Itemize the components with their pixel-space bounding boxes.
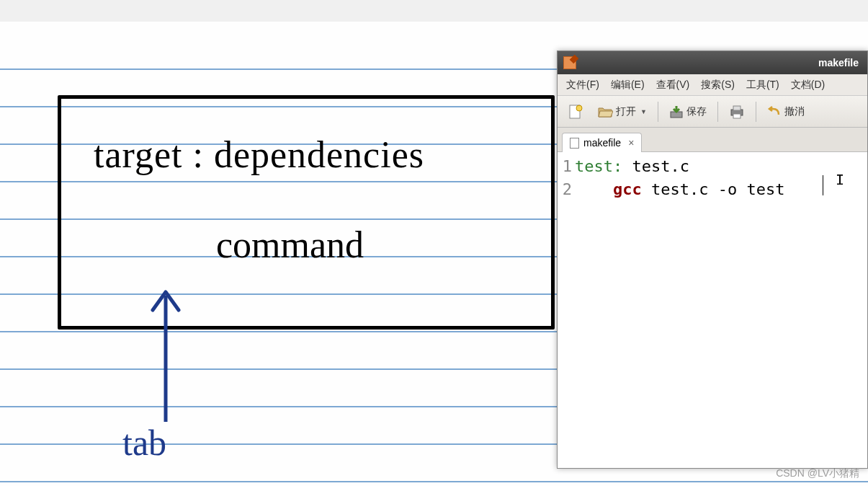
editor-window: makefile 文件(F) 编辑(E) 查看(V) 搜索(S) 工具(T) 文…	[557, 50, 868, 469]
undo-button[interactable]: 撤消	[762, 102, 810, 122]
line-number: 2	[558, 178, 572, 201]
sketch-box	[58, 95, 555, 330]
document-icon	[570, 138, 579, 149]
menu-file[interactable]: 文件(F)	[562, 76, 604, 94]
tab-bar: makefile ×	[558, 128, 867, 152]
toolbar-separator	[658, 102, 658, 122]
deps-token: test.c	[622, 157, 689, 175]
open-label: 打开	[616, 105, 636, 118]
makefile-syntax-line1: target : dependencies	[94, 133, 424, 176]
indent-token	[575, 180, 613, 198]
menu-search[interactable]: 搜索(S)	[697, 76, 739, 94]
undo-icon	[767, 106, 782, 118]
gedit-app-icon	[563, 56, 576, 69]
window-titlebar[interactable]: makefile	[558, 51, 867, 74]
code-editor[interactable]: 1 2 test: test.c gcc test.c -o testI	[558, 152, 867, 468]
menu-tools[interactable]: 工具(T)	[742, 76, 784, 94]
watermark: CSDN @LV小猪精	[776, 467, 859, 480]
menu-view[interactable]: 查看(V)	[652, 76, 694, 94]
line-number-gutter: 1 2	[558, 155, 575, 468]
arrow-icon	[144, 285, 187, 429]
svg-point-2	[576, 105, 582, 111]
ibeam-cursor-icon: I	[836, 168, 844, 191]
tab-label: makefile	[583, 137, 621, 149]
args-token: test.c -o test	[642, 180, 785, 198]
new-file-icon	[568, 104, 583, 120]
svg-rect-6	[733, 114, 741, 118]
open-button[interactable]: 打开 ▼	[592, 102, 652, 122]
save-button[interactable]: 保存	[664, 101, 712, 123]
tab-annotation: tab	[122, 422, 166, 464]
line-number: 1	[558, 155, 572, 178]
toolbar-separator	[756, 102, 756, 122]
target-token: test:	[575, 157, 622, 175]
folder-open-icon	[597, 105, 613, 118]
print-button[interactable]	[724, 101, 750, 123]
svg-rect-5	[733, 106, 741, 110]
new-file-button[interactable]	[563, 100, 588, 123]
save-icon	[669, 105, 684, 119]
window-title: makefile	[818, 57, 862, 69]
code-line-2: gcc test.c -o test	[575, 178, 867, 201]
printer-icon	[729, 105, 745, 119]
menubar: 文件(F) 编辑(E) 查看(V) 搜索(S) 工具(T) 文档(D)	[558, 74, 867, 96]
toolbar: 打开 ▼ 保存 撤消	[558, 96, 867, 128]
toolbar-separator	[717, 102, 718, 122]
file-tab-makefile[interactable]: makefile ×	[562, 133, 642, 152]
chevron-down-icon: ▼	[640, 108, 647, 115]
text-caret	[823, 175, 823, 195]
code-line-1: test: test.c	[575, 155, 867, 178]
menu-documents[interactable]: 文档(D)	[787, 76, 829, 94]
menu-edit[interactable]: 编辑(E)	[607, 76, 649, 94]
makefile-syntax-line2: command	[216, 224, 364, 266]
code-content[interactable]: test: test.c gcc test.c -o testI	[575, 155, 867, 468]
close-tab-icon[interactable]: ×	[628, 138, 634, 148]
command-token: gcc	[613, 180, 642, 198]
save-label: 保存	[686, 105, 707, 118]
undo-label: 撤消	[784, 105, 805, 118]
